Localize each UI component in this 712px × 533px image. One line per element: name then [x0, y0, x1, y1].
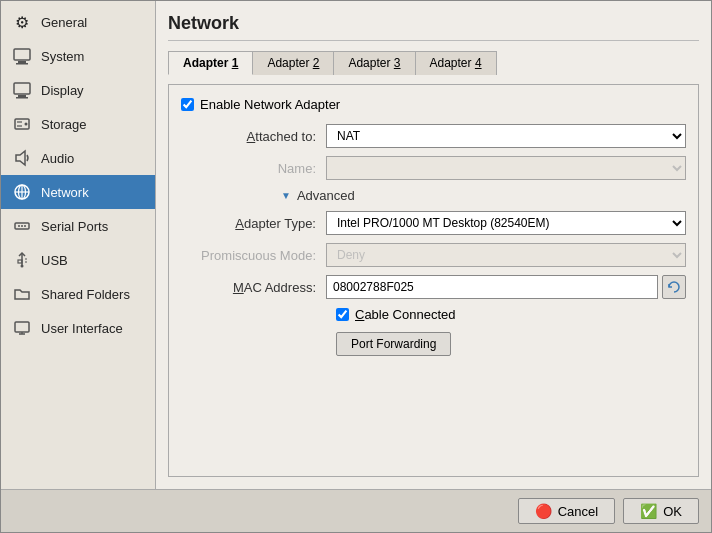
sidebar-item-system[interactable]: System — [1, 39, 155, 73]
svg-point-16 — [18, 225, 20, 227]
attached-to-control: NAT Bridged Adapter Internal Network Hos… — [326, 124, 686, 148]
sidebar-item-audio[interactable]: Audio — [1, 141, 155, 175]
mac-row: MAC Address: 08002788F025 — [181, 275, 686, 299]
main-content: Network Adapter 1 Adapter 2 Adapter 3 Ad… — [156, 1, 711, 489]
enable-row: Enable Network Adapter — [181, 97, 686, 112]
sidebar-label-user-interface: User Interface — [41, 321, 123, 336]
promiscuous-label: Promiscuous Mode: — [181, 248, 326, 263]
cable-row: Cable Connected — [336, 307, 686, 322]
advanced-label: Advanced — [297, 188, 355, 203]
sidebar-label-network: Network — [41, 185, 89, 200]
sidebar-item-usb[interactable]: USB — [1, 243, 155, 277]
dialog: ⚙ General System Display Storage — [0, 0, 712, 533]
name-control — [326, 156, 686, 180]
serial-ports-icon — [11, 215, 33, 237]
ok-button[interactable]: ✅ OK — [623, 498, 699, 524]
attached-to-row: Attached to: NAT Bridged Adapter Interna… — [181, 124, 686, 148]
sidebar-label-general: General — [41, 15, 87, 30]
sidebar-label-serial-ports: Serial Ports — [41, 219, 108, 234]
svg-rect-5 — [16, 97, 28, 99]
advanced-toggle[interactable]: ▼ Advanced — [281, 188, 686, 203]
shared-folders-icon — [11, 283, 33, 305]
sidebar-item-storage[interactable]: Storage — [1, 107, 155, 141]
sidebar-label-shared-folders: Shared Folders — [41, 287, 130, 302]
cancel-label: Cancel — [558, 504, 598, 519]
promiscuous-row: Promiscuous Mode: Deny Allow VMs Allow A… — [181, 243, 686, 267]
promiscuous-select[interactable]: Deny Allow VMs Allow All — [326, 243, 686, 267]
tab-content: Enable Network Adapter Attached to: NAT … — [168, 84, 699, 477]
system-icon — [11, 45, 33, 67]
advanced-triangle-icon: ▼ — [281, 190, 291, 201]
svg-rect-4 — [18, 95, 26, 97]
cable-connected-label: Cable Connected — [355, 307, 455, 322]
user-interface-icon — [11, 317, 33, 339]
enable-adapter-label: Enable Network Adapter — [200, 97, 340, 112]
refresh-icon — [667, 280, 681, 294]
cancel-icon: 🔴 — [535, 503, 552, 519]
promiscuous-control: Deny Allow VMs Allow All — [326, 243, 686, 267]
adapter-type-row: Adapter Type: Intel PRO/1000 MT Desktop … — [181, 211, 686, 235]
mac-input-wrapper: 08002788F025 — [326, 275, 686, 299]
network-icon — [11, 181, 33, 203]
cancel-button[interactable]: 🔴 Cancel — [518, 498, 615, 524]
svg-rect-0 — [14, 49, 30, 60]
sidebar-item-general[interactable]: ⚙ General — [1, 5, 155, 39]
sidebar-item-user-interface[interactable]: User Interface — [1, 311, 155, 345]
sidebar-label-display: Display — [41, 83, 84, 98]
sidebar-label-usb: USB — [41, 253, 68, 268]
enable-adapter-checkbox[interactable] — [181, 98, 194, 111]
sidebar-item-serial-ports[interactable]: Serial Ports — [1, 209, 155, 243]
general-icon: ⚙ — [11, 11, 33, 33]
tab-bar: Adapter 1 Adapter 2 Adapter 3 Adapter 4 — [168, 51, 699, 75]
name-row: Name: — [181, 156, 686, 180]
mac-input[interactable]: 08002788F025 — [326, 275, 658, 299]
sidebar-item-shared-folders[interactable]: Shared Folders — [1, 277, 155, 311]
usb-icon — [11, 249, 33, 271]
attached-to-select[interactable]: NAT Bridged Adapter Internal Network Hos… — [326, 124, 686, 148]
dialog-body: ⚙ General System Display Storage — [1, 1, 711, 489]
dialog-footer: 🔴 Cancel ✅ OK — [1, 489, 711, 532]
storage-icon — [11, 113, 33, 135]
sidebar-label-storage: Storage — [41, 117, 87, 132]
mac-label: MAC Address: — [181, 280, 326, 295]
svg-point-7 — [25, 123, 28, 126]
svg-rect-1 — [18, 61, 26, 63]
tab-adapter1[interactable]: Adapter 1 — [168, 51, 253, 75]
name-select[interactable] — [326, 156, 686, 180]
svg-point-17 — [21, 225, 23, 227]
sidebar: ⚙ General System Display Storage — [1, 1, 156, 489]
tab-adapter2[interactable]: Adapter 2 — [252, 51, 334, 75]
sidebar-label-system: System — [41, 49, 84, 64]
tab-adapter3[interactable]: Adapter 3 — [333, 51, 415, 75]
sidebar-label-audio: Audio — [41, 151, 74, 166]
name-label: Name: — [181, 161, 326, 176]
svg-rect-24 — [15, 322, 29, 332]
adapter-type-control: Intel PRO/1000 MT Desktop (82540EM) Inte… — [326, 211, 686, 235]
ok-label: OK — [663, 504, 682, 519]
svg-point-18 — [24, 225, 26, 227]
display-icon — [11, 79, 33, 101]
mac-refresh-button[interactable] — [662, 275, 686, 299]
tab-adapter4[interactable]: Adapter 4 — [415, 51, 497, 75]
svg-point-23 — [21, 265, 24, 268]
port-forwarding-button[interactable]: Port Forwarding — [336, 332, 451, 356]
adapter-type-select[interactable]: Intel PRO/1000 MT Desktop (82540EM) Inte… — [326, 211, 686, 235]
svg-rect-2 — [16, 63, 28, 65]
cable-connected-checkbox[interactable] — [336, 308, 349, 321]
ok-icon: ✅ — [640, 503, 657, 519]
attached-to-label: Attached to: — [181, 129, 326, 144]
svg-marker-10 — [16, 151, 25, 165]
sidebar-item-network[interactable]: Network — [1, 175, 155, 209]
adapter-type-label: Adapter Type: — [181, 216, 326, 231]
sidebar-item-display[interactable]: Display — [1, 73, 155, 107]
port-forwarding-row: Port Forwarding — [336, 332, 686, 356]
svg-rect-3 — [14, 83, 30, 94]
audio-icon — [11, 147, 33, 169]
page-title: Network — [168, 13, 699, 41]
